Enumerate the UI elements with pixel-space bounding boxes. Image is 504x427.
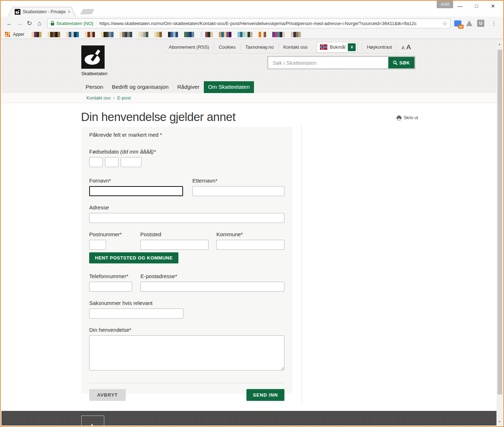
scroll-up-icon[interactable]: ▲ <box>496 42 503 47</box>
epost-input[interactable] <box>140 282 284 292</box>
telefon-input[interactable] <box>89 282 132 292</box>
avbryt-button[interactable]: AVBRYT <box>89 389 126 401</box>
bookmark-item[interactable] <box>184 32 194 37</box>
contrast-link[interactable]: Høykontrast <box>362 43 397 51</box>
security-chip[interactable]: Skatteetaten [NO] <box>51 21 93 26</box>
birthdate-day-input[interactable] <box>89 157 103 167</box>
search-icon <box>393 60 398 65</box>
url-text: https://www.skatteetaten.no/no/Om-skatte… <box>99 21 440 26</box>
bookmark-item[interactable] <box>200 32 213 37</box>
saksnummer-label: Saksnummer hvis relevant <box>89 300 284 306</box>
new-tab-button[interactable] <box>80 9 95 14</box>
form-divider <box>89 383 284 383</box>
nav-item-person[interactable]: Person <box>81 81 107 93</box>
bookmark-item[interactable] <box>259 32 266 37</box>
fornavn-label: Fornavn* <box>89 178 192 184</box>
scrollbar-thumb[interactable] <box>498 50 502 394</box>
adresse-input[interactable] <box>89 213 284 223</box>
bookmark-item[interactable] <box>168 32 178 37</box>
henvendelse-textarea[interactable] <box>89 335 284 370</box>
logo-caption: Skatteetaten <box>81 71 105 76</box>
breadcrumb-link[interactable]: Kontakt oss <box>86 95 111 101</box>
forward-icon[interactable]: → <box>14 18 24 28</box>
main-nav: PersonBedrift og organisasjonRådgiverOm … <box>81 81 254 93</box>
tab-close-icon[interactable]: × <box>68 9 71 14</box>
back-icon[interactable]: ← <box>4 18 14 28</box>
reload-icon[interactable]: ↻ <box>24 18 34 28</box>
ublock-extension-icon[interactable]: U <box>477 20 484 27</box>
bookmark-star-icon[interactable]: ☆ <box>442 20 447 27</box>
bookmark-item[interactable] <box>120 32 132 37</box>
browser-window: Skatteetaten - Privatpers × Arild — □ ✕ … <box>0 0 504 427</box>
breadcrumb-separator: › <box>111 95 117 101</box>
nav-item-bedrift-og-organisasjon[interactable]: Bedrift og organisasjon <box>107 81 173 93</box>
extension-blue-icon[interactable]: 3d <box>454 20 461 26</box>
scroll-down-icon[interactable]: ▼ <box>496 419 503 425</box>
language-label: Bokmål <box>330 44 345 50</box>
epost-label: E-postadresse* <box>140 273 284 279</box>
minimize-button[interactable]: — <box>452 1 468 11</box>
print-link[interactable]: Skriv ut <box>397 115 418 120</box>
drive-extension-icon[interactable] <box>466 20 472 26</box>
apps-label[interactable]: Apper <box>13 32 24 37</box>
bookmark-item[interactable] <box>237 32 253 37</box>
profile-badge[interactable]: Arild <box>437 1 453 8</box>
hent-poststed-button[interactable]: HENT POSTSTED OG KOMMUNE <box>89 252 178 263</box>
nav-item-r-dgiver[interactable]: Rådgiver <box>173 81 204 93</box>
breadcrumb-link[interactable]: E-post <box>117 95 131 101</box>
font-larger-button[interactable]: A <box>406 43 411 51</box>
chevron-down-icon[interactable]: ∨ <box>348 43 356 51</box>
language-selector[interactable]: Bokmål ∨ <box>317 42 357 53</box>
bookmark-item[interactable] <box>85 32 95 37</box>
site-search: SØK <box>267 56 416 69</box>
bookmark-item[interactable] <box>101 32 114 37</box>
send-inn-button[interactable]: SEND INN <box>246 389 284 401</box>
utility-link[interactable]: Cookies <box>214 43 240 51</box>
tab-favicon-skatteetaten-icon <box>15 9 20 15</box>
birthdate-month-input[interactable] <box>105 157 119 167</box>
close-button[interactable]: ✕ <box>485 1 501 11</box>
saksnummer-input[interactable] <box>89 309 183 319</box>
bookmark-item[interactable] <box>154 32 162 37</box>
search-input[interactable] <box>268 57 388 68</box>
browser-toolbar: ← → ↻ ⌂ Skatteetaten [NO] https://www.sk… <box>1 16 503 30</box>
bookmark-item[interactable] <box>272 32 285 37</box>
bookmark-item[interactable] <box>291 32 301 37</box>
postnummer-input[interactable] <box>89 240 106 250</box>
maximize-button[interactable]: □ <box>468 1 485 11</box>
page-viewport: Skatteetaten Abonnement (RSS)CookiesTaxn… <box>1 39 503 426</box>
bookmark-item[interactable] <box>219 32 231 37</box>
titlebar: Skatteetaten - Privatpers × Arild — □ ✕ <box>1 1 503 16</box>
bookmark-item[interactable] <box>48 32 60 37</box>
url-bar[interactable]: Skatteetaten [NO] https://www.skatteetat… <box>47 19 451 28</box>
birthdate-year-input[interactable] <box>121 157 141 167</box>
kommune-input[interactable] <box>216 240 284 250</box>
utility-link[interactable]: Abonnement (RSS) <box>164 43 214 51</box>
required-note: Påkrevde felt er markert med * <box>89 132 284 138</box>
skatteetaten-logo[interactable]: Skatteetaten <box>81 45 105 75</box>
etternavn-input[interactable] <box>192 186 284 196</box>
bookmark-item[interactable] <box>32 32 42 37</box>
url-separator <box>96 20 96 26</box>
henvendelse-label: Din henvendelse* <box>89 327 284 333</box>
nav-item-om-skatteetaten[interactable]: Om Skatteetaten <box>204 81 254 93</box>
chrome-menu-icon[interactable]: ⋮ <box>489 20 499 27</box>
fornavn-input[interactable] <box>89 186 183 196</box>
kommune-label: Kommune* <box>216 231 284 237</box>
page-scrollbar[interactable]: ▲ ▼ <box>496 41 503 426</box>
font-smaller-button[interactable]: A <box>402 45 404 50</box>
utility-link[interactable]: Kontakt oss <box>278 43 312 51</box>
bookmark-item[interactable] <box>138 32 148 37</box>
home-icon[interactable]: ⌂ <box>34 18 44 28</box>
apps-grid-icon[interactable] <box>5 32 10 37</box>
poststed-input[interactable] <box>140 240 208 250</box>
bookmark-item[interactable] <box>66 32 79 37</box>
main-content: Din henvendelse gjelder annet Skriv ut P… <box>1 103 503 411</box>
lock-icon <box>51 21 54 26</box>
search-button[interactable]: SØK <box>388 57 414 68</box>
browser-tab[interactable]: Skatteetaten - Privatpers × <box>8 7 76 16</box>
printer-icon <box>397 116 402 120</box>
utility-link[interactable]: Taxnorway.no <box>240 43 278 51</box>
bookmarks-bar: Apper <box>1 30 503 39</box>
font-resize-controls: A A <box>397 43 416 51</box>
